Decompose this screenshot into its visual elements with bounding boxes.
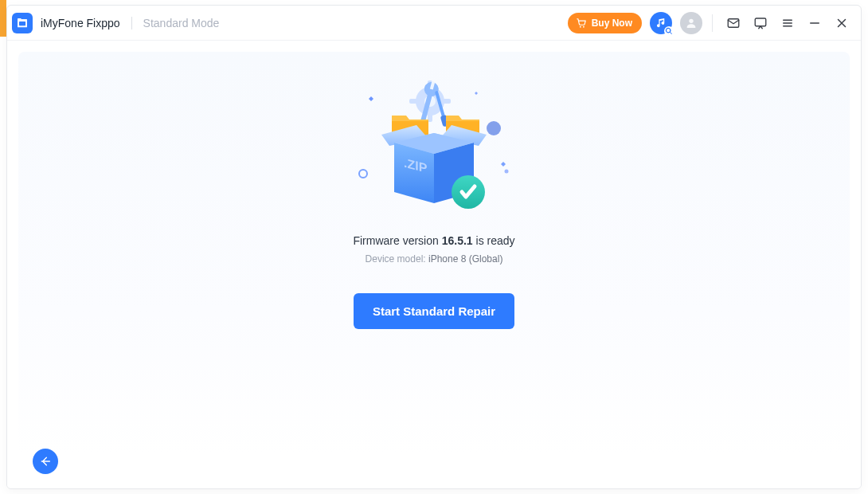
title-separator-2 [712, 14, 713, 32]
feedback-icon[interactable] [749, 12, 772, 34]
svg-rect-13 [443, 99, 451, 104]
mail-icon[interactable] [722, 12, 745, 34]
firmware-box-illustration: .ZIP [342, 82, 526, 222]
arrow-left-icon [39, 455, 52, 468]
music-icon[interactable] [650, 12, 672, 34]
svg-rect-0 [19, 22, 25, 25]
firmware-version: 16.5.1 [442, 234, 473, 247]
svg-point-3 [689, 18, 693, 22]
svg-point-7 [359, 170, 367, 178]
svg-point-8 [505, 170, 509, 174]
buy-now-label: Buy Now [592, 18, 632, 29]
svg-point-2 [583, 25, 585, 27]
background-stub [0, 0, 6, 37]
title-separator [131, 17, 132, 29]
back-button[interactable] [33, 449, 58, 474]
device-model-line: Device model: iPhone 8 (Global) [366, 253, 503, 265]
app-title: iMyFone Fixppo [41, 17, 120, 29]
close-icon[interactable] [831, 12, 853, 34]
buy-now-button[interactable]: Buy Now [568, 13, 642, 33]
start-repair-button[interactable]: Start Standard Repair [354, 293, 514, 329]
menu-icon[interactable] [776, 12, 799, 34]
device-model-value: iPhone 8 (Global) [428, 253, 502, 265]
cart-icon [576, 18, 587, 29]
title-bar: iMyFone Fixppo Standard Mode Buy Now [7, 6, 861, 41]
firmware-prefix: Firmware version [353, 234, 441, 247]
account-icon[interactable] [680, 12, 702, 34]
svg-rect-5 [755, 18, 766, 26]
svg-point-1 [580, 25, 581, 27]
firmware-suffix: is ready [473, 234, 515, 247]
search-icon [664, 26, 674, 36]
app-window: iMyFone Fixppo Standard Mode Buy Now [6, 5, 862, 489]
device-model-prefix: Device model: [366, 253, 428, 265]
app-logo-icon [12, 13, 33, 33]
content-area: .ZIP Firmware version 16.5.1 is ready De… [7, 41, 861, 488]
stage-panel: .ZIP Firmware version 16.5.1 is ready De… [18, 52, 850, 455]
svg-point-6 [487, 121, 501, 135]
svg-rect-14 [409, 99, 417, 104]
minimize-icon[interactable] [803, 12, 826, 34]
mode-label: Standard Mode [143, 17, 220, 29]
firmware-status-line: Firmware version 16.5.1 is ready [353, 234, 514, 247]
